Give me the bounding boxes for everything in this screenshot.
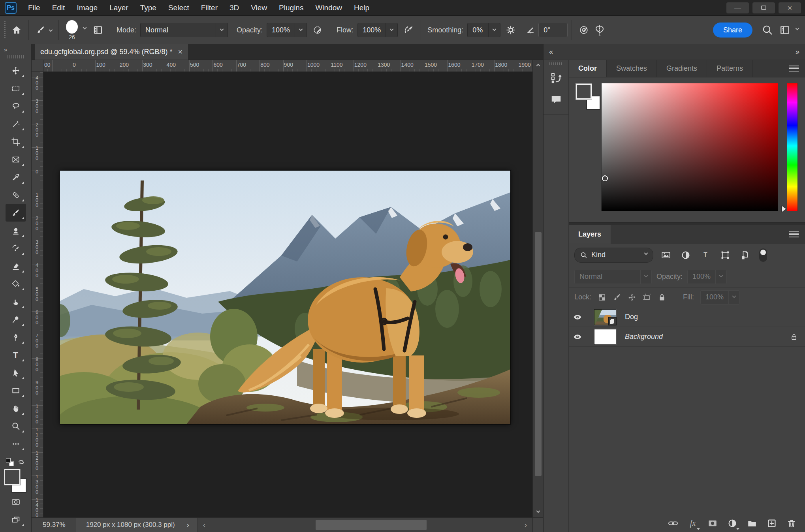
filter-smart-objects-button[interactable] — [738, 248, 752, 262]
eyedropper-tool[interactable] — [6, 168, 26, 186]
scroll-right-icon[interactable]: › — [519, 521, 532, 529]
swap-colors-button[interactable] — [17, 458, 26, 466]
filter-shape-layers-button[interactable] — [718, 248, 732, 262]
link-layers-button[interactable] — [665, 516, 681, 531]
hand-tool[interactable] — [6, 399, 26, 417]
dodge-tool[interactable] — [6, 310, 26, 328]
toggle-brush-settings-button[interactable] — [90, 22, 106, 38]
maximize-button[interactable] — [752, 2, 775, 13]
tab-close-icon[interactable]: × — [178, 47, 182, 56]
vertical-scroll-track[interactable] — [533, 71, 543, 506]
lock-paint-icon[interactable] — [613, 293, 621, 302]
saturation-brightness-field[interactable] — [601, 83, 778, 211]
tab-layers[interactable]: Layers — [569, 225, 611, 244]
layer-thumbnail-background[interactable] — [594, 329, 616, 345]
share-button[interactable]: Share — [713, 23, 752, 38]
menu-item[interactable]: Edit — [46, 0, 71, 16]
search-button[interactable] — [760, 22, 775, 38]
smoothing-input[interactable]: 0% — [467, 23, 500, 37]
tab-swatches[interactable]: Swatches — [607, 60, 657, 77]
horizontal-scroll-track[interactable] — [211, 518, 519, 532]
flow-input[interactable]: 100% — [357, 23, 398, 37]
history-brush-tool[interactable] — [6, 239, 26, 257]
opacity-input[interactable]: 100% — [267, 23, 307, 37]
lock-transparency-icon[interactable] — [598, 293, 606, 302]
new-adjustment-layer-button[interactable] — [724, 516, 740, 531]
options-bar-grip[interactable] — [4, 21, 6, 39]
tools-panel-expand[interactable]: » — [0, 44, 31, 55]
brush-preview[interactable]: 26 — [63, 20, 81, 40]
rectangular-marquee-tool[interactable] — [6, 79, 26, 97]
layers-panel-menu-icon[interactable] — [789, 231, 799, 237]
filter-toggle[interactable] — [759, 248, 767, 262]
rectangle-tool[interactable] — [6, 382, 26, 399]
clone-stamp-tool[interactable] — [6, 222, 26, 239]
history-panel-button[interactable] — [547, 69, 565, 87]
quick-selection-tool[interactable] — [6, 115, 26, 133]
brush-picker-chevron[interactable] — [83, 25, 87, 29]
new-layer-button[interactable] — [764, 516, 780, 531]
filter-adjustment-layers-button[interactable] — [679, 248, 693, 262]
zoom-tool[interactable] — [6, 417, 26, 435]
layer-blend-mode-select[interactable]: Normal — [574, 270, 652, 284]
new-group-button[interactable] — [744, 516, 760, 531]
tool-preset-button[interactable] — [33, 22, 49, 38]
tab-patterns[interactable]: Patterns — [707, 60, 753, 77]
path-selection-tool[interactable] — [6, 364, 26, 382]
vertical-scrollbar[interactable] — [532, 60, 543, 532]
menu-item[interactable]: Plugins — [273, 0, 309, 16]
horizontal-ruler[interactable]: 0001002003004005006007008009001000110012… — [43, 60, 532, 72]
panel-strip-grip[interactable] — [549, 62, 563, 65]
vertical-ruler[interactable]: 4003002001000100200300400500600700800900… — [32, 72, 43, 517]
airbrush-button[interactable] — [401, 22, 417, 38]
layer-name[interactable]: Background — [625, 333, 790, 341]
tools-panel-grip[interactable] — [8, 55, 24, 58]
filter-kind-select[interactable]: Kind — [574, 248, 653, 263]
close-button[interactable]: × — [779, 2, 801, 13]
scroll-left-icon[interactable]: ‹ — [197, 521, 211, 529]
vertical-scroll-thumb[interactable] — [535, 232, 542, 476]
lasso-tool[interactable] — [6, 97, 26, 115]
quick-mask-button[interactable] — [6, 493, 26, 511]
gradient-tool[interactable] — [6, 275, 26, 293]
horizontal-scrollbar[interactable]: ‹ › — [197, 518, 532, 532]
edit-toolbar-button[interactable] — [6, 435, 26, 453]
layer-name[interactable]: Dog — [625, 313, 805, 321]
workspace-chevron[interactable] — [796, 26, 799, 30]
workspace-switcher-button[interactable] — [777, 22, 793, 38]
layer-thumbnail-dog[interactable] — [594, 309, 616, 325]
filter-type-layers-button[interactable]: T — [698, 248, 713, 262]
type-tool[interactable]: T — [6, 346, 26, 364]
canvas-document[interactable] — [60, 171, 510, 424]
lock-all-icon[interactable] — [658, 293, 666, 302]
color-panel-menu-icon[interactable] — [789, 66, 799, 71]
layer-styles-button[interactable]: fx — [685, 516, 701, 531]
layer-row-background[interactable]: Background — [569, 327, 805, 347]
brush-angle-input[interactable]: 0° — [538, 23, 568, 37]
hue-slider[interactable] — [787, 83, 798, 211]
eraser-tool[interactable] — [6, 257, 26, 275]
layer-row-dog[interactable]: Dog — [569, 307, 805, 327]
blend-mode-select[interactable]: Normal — [140, 23, 228, 37]
smoothing-options-button[interactable] — [503, 22, 519, 38]
menu-item[interactable]: Type — [134, 0, 162, 16]
paint-symmetry-button[interactable] — [592, 22, 608, 38]
menu-item[interactable]: File — [22, 0, 46, 16]
spot-healing-brush-tool[interactable] — [6, 186, 26, 204]
tab-color[interactable]: Color — [569, 60, 607, 77]
delete-layer-button[interactable] — [784, 516, 799, 531]
lock-artboard-icon[interactable] — [643, 293, 651, 302]
menu-item[interactable]: Select — [162, 0, 195, 16]
layer-visibility-toggle[interactable] — [569, 327, 586, 346]
crop-tool[interactable] — [6, 133, 26, 150]
tab-gradients[interactable]: Gradients — [657, 60, 707, 77]
scroll-down-icon[interactable] — [533, 506, 543, 517]
collapse-panels[interactable]: » — [569, 44, 805, 60]
foreground-color-swatch[interactable] — [4, 469, 20, 485]
tool-preset-chevron[interactable] — [49, 28, 53, 32]
comments-panel-button[interactable] — [547, 90, 565, 109]
menu-item[interactable]: Layer — [103, 0, 134, 16]
minimize-button[interactable]: — — [726, 2, 749, 13]
color-picker-marker[interactable] — [602, 175, 608, 181]
screen-mode-button[interactable] — [6, 511, 26, 528]
